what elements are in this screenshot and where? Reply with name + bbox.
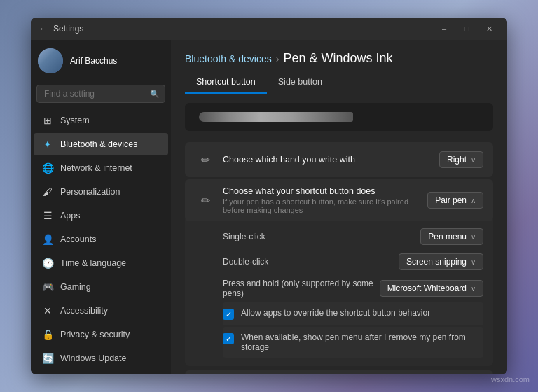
main-content: Bluetooth & devices › Pen & Windows Ink … [171, 40, 507, 374]
settings-body: ✏ Choose which hand you write with Right… [171, 139, 507, 374]
breadcrumb-current: Pen & Windows Ink [283, 51, 392, 66]
shortcut-section: ✏ Choose what your shortcut button does … [185, 179, 493, 366]
shortcut-title: Choose what your shortcut button does [223, 186, 420, 196]
minimize-button[interactable]: – [434, 22, 454, 36]
sidebar-item-label-personalization: Personalization [60, 187, 120, 197]
search-input[interactable] [36, 85, 165, 103]
network-icon: 🌐 [42, 162, 53, 174]
title-bar-left: ← Settings [39, 24, 83, 34]
tab-shortcut[interactable]: Shortcut button [185, 71, 267, 94]
checkbox-storage-label: When available, show pen menu after I re… [241, 332, 474, 352]
sidebar-item-label-time: Time & language [60, 258, 126, 268]
press-hold-row: Press and hold (only supported by some p… [223, 274, 483, 302]
sidebar-item-label-accessibility: Accessibility [60, 306, 108, 316]
double-click-dropdown[interactable]: Screen snipping ∨ [399, 253, 483, 270]
close-button[interactable]: ✕ [479, 22, 499, 36]
pen-shape [199, 112, 353, 122]
window-controls: – □ ✕ [434, 22, 499, 36]
time-icon: 🕐 [42, 258, 53, 269]
hand-chevron-icon: ∨ [471, 156, 476, 164]
hand-setting-control: Right ∨ [439, 151, 483, 168]
sidebar-item-label-privacy: Privacy & security [60, 330, 130, 340]
hand-setting-title: Choose which hand you write with [223, 155, 432, 164]
press-hold-label: Press and hold (only supported by some p… [223, 279, 380, 298]
checkbox-storage-row: ✓ When available, show pen menu after I … [223, 327, 483, 358]
pair-pen-chevron-icon: ∧ [471, 197, 476, 204]
system-icon: ⊞ [42, 115, 53, 126]
sidebar-item-bluetooth[interactable]: ✦ Bluetooth & devices [34, 133, 168, 155]
sidebar-item-label-gaming: Gaming [60, 282, 91, 292]
hand-value: Right [447, 155, 467, 164]
sidebar-item-label-system: System [60, 115, 90, 125]
shortcut-subtitle: If your pen has a shortcut button, make … [223, 197, 420, 214]
bluetooth-icon: ✦ [42, 139, 53, 150]
shortcut-icon: ✏ [195, 190, 216, 211]
checkbox-override-row: ✓ Allow apps to override the shortcut bu… [223, 302, 483, 326]
breadcrumb-separator: › [276, 53, 280, 64]
avatar-image [38, 48, 63, 74]
search-icon: 🔍 [150, 90, 160, 99]
single-click-label: Single-click [223, 232, 420, 241]
pair-pen-label: Pair pen [435, 195, 467, 205]
shortcut-body: Single-click Pen menu ∨ Double-click Scr… [185, 221, 493, 366]
apps-icon: ☰ [42, 210, 53, 221]
sidebar-item-update[interactable]: 🔄 Windows Update [34, 347, 168, 370]
breadcrumb-parent[interactable]: Bluetooth & devices [185, 53, 272, 64]
content-area: Arif Bacchus 🔍 ⊞ System ✦ Bluetooth & de… [31, 40, 507, 374]
watermark: wsxdn.com [491, 375, 530, 384]
sidebar-item-time[interactable]: 🕐 Time & language [34, 252, 168, 274]
sidebar-item-privacy[interactable]: 🔒 Privacy & security [34, 323, 168, 346]
sidebar-item-label-accounts: Accounts [60, 234, 96, 244]
single-click-dropdown[interactable]: Pen menu ∨ [420, 228, 483, 245]
shortcut-control: Pair pen ∧ [427, 192, 483, 209]
press-hold-chevron-icon: ∨ [471, 285, 476, 293]
checkmark-icon2: ✓ [226, 335, 232, 344]
tabs-container: Shortcut button Side button [171, 71, 507, 94]
checkbox-override-label: Allow apps to override the shortcut butt… [241, 308, 430, 318]
hand-dropdown[interactable]: Right ∨ [439, 151, 483, 168]
settings-window: ← Settings – □ ✕ Arif Bacchus 🔍 ⊞ Sys [31, 18, 507, 374]
update-icon: 🔄 [42, 353, 53, 364]
accounts-icon: 👤 [42, 234, 53, 245]
shortcut-header[interactable]: ✏ Choose what your shortcut button does … [185, 179, 493, 221]
search-box: 🔍 [36, 85, 165, 103]
checkbox-override[interactable]: ✓ [223, 309, 234, 320]
tab-side[interactable]: Side button [267, 71, 333, 94]
double-click-row: Double-click Screen snipping ∨ [223, 249, 483, 274]
gaming-icon: 🎮 [42, 281, 53, 293]
checkmark-icon: ✓ [226, 310, 232, 319]
privacy-icon: 🔒 [42, 329, 53, 340]
sidebar-item-accessibility[interactable]: ✕ Accessibility [34, 300, 168, 322]
sidebar-item-apps[interactable]: ☰ Apps [34, 204, 168, 227]
avatar [38, 48, 63, 74]
title-bar: ← Settings – □ ✕ [31, 18, 507, 40]
pen-illustration [185, 103, 493, 131]
sidebar-item-network[interactable]: 🌐 Network & internet [34, 157, 168, 179]
sidebar-item-system[interactable]: ⊞ System [34, 109, 168, 132]
accessibility-icon: ✕ [42, 305, 53, 316]
pair-pen-button[interactable]: Pair pen ∧ [427, 192, 483, 209]
user-name: Arif Bacchus [70, 56, 117, 66]
single-click-row: Single-click Pen menu ∨ [223, 224, 483, 249]
breadcrumb: Bluetooth & devices › Pen & Windows Ink [171, 40, 507, 71]
hand-icon: ✏ [195, 149, 216, 170]
sidebar-item-label-network: Network & internet [60, 163, 132, 173]
checkbox-storage[interactable]: ✓ [223, 333, 234, 344]
maximize-button[interactable]: □ [457, 22, 476, 36]
sidebar-item-personalization[interactable]: 🖌 Personalization [34, 181, 168, 203]
sidebar-item-label-apps: Apps [60, 211, 81, 220]
double-click-chevron-icon: ∨ [471, 258, 476, 266]
single-click-value: Pen menu [428, 232, 467, 241]
personalization-icon: 🖌 [42, 186, 53, 197]
sidebar-item-label-bluetooth: Bluetooth & devices [60, 139, 138, 149]
sidebar-item-gaming[interactable]: 🎮 Gaming [34, 276, 168, 298]
back-button[interactable]: ← [39, 24, 48, 34]
single-click-chevron-icon: ∨ [471, 233, 476, 241]
sidebar-item-accounts[interactable]: 👤 Accounts [34, 228, 168, 251]
shortcut-content: Choose what your shortcut button does If… [216, 186, 427, 214]
press-hold-value: Microsoft Whiteboard [387, 284, 467, 293]
double-click-label: Double-click [223, 257, 399, 267]
hand-setting-row: ✏ Choose which hand you write with Right… [185, 142, 493, 177]
sidebar: Arif Bacchus 🔍 ⊞ System ✦ Bluetooth & de… [31, 40, 171, 374]
press-hold-dropdown[interactable]: Microsoft Whiteboard ∨ [380, 280, 483, 297]
